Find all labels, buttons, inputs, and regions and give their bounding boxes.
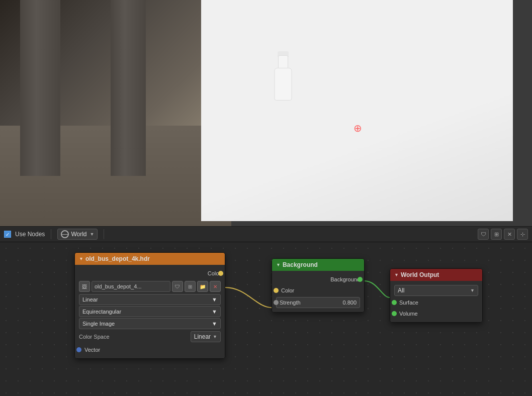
node-image-title: old_bus_depot_4k.hdr <box>85 255 150 262</box>
color-output-row: Color <box>79 268 221 279</box>
node-world-output-title: World Output <box>401 271 439 278</box>
node-world-output-body: All ▼ Surface Volume <box>390 281 482 322</box>
color-output-label: Color <box>79 270 221 276</box>
strength-socket[interactable] <box>274 300 279 305</box>
node-background-body: Background Color Strength 0.800 <box>272 271 364 312</box>
node-editor-header: Use Nodes World ▼ 🛡 ⊞ ✕ ⊹ <box>0 226 532 242</box>
node-background-title: Background <box>283 261 318 268</box>
image-icon[interactable]: 🖼 <box>79 281 90 292</box>
color-space-row: Color Space Linear ▼ <box>79 330 221 343</box>
wo-all-dropdown[interactable]: All ▼ <box>394 285 478 296</box>
wo-volume-row: Volume <box>394 308 478 319</box>
wo-surface-socket[interactable] <box>392 300 397 305</box>
image-path-text: old_bus_depot_4... <box>95 283 167 289</box>
node-background-header: ▼ Background <box>272 259 364 271</box>
wo-volume-socket[interactable] <box>392 311 397 316</box>
viewport-white-plane <box>201 0 513 221</box>
file-icon-btn[interactable]: ⊞ <box>491 229 502 240</box>
world-selector[interactable]: World ▼ <box>57 229 98 240</box>
viewport-crosshair <box>354 123 367 135</box>
image-path-selector[interactable]: old_bus_depot_4... <box>92 281 170 292</box>
shield-btn[interactable]: 🛡 <box>172 281 183 292</box>
header-icons: 🛡 ⊞ ✕ ⊹ <box>478 229 528 240</box>
strength-container: Strength 0.800 <box>276 297 360 308</box>
background-output-label: Background <box>276 276 360 282</box>
world-name: World <box>71 231 86 238</box>
strength-row[interactable]: Strength 0.800 <box>276 297 360 308</box>
vector-socket-row: Vector <box>79 344 221 355</box>
wo-volume-label: Volume <box>394 311 418 317</box>
wo-surface-row: Surface <box>394 297 478 308</box>
use-nodes-checkbox[interactable] <box>4 231 11 238</box>
wo-surface-label: Surface <box>394 300 418 306</box>
wo-collapse-arrow[interactable]: ▼ <box>394 272 399 277</box>
bg-color-label: Color <box>276 287 360 293</box>
linear-arrow: ▼ <box>212 296 217 303</box>
folder-btn[interactable]: 📁 <box>197 281 208 292</box>
node-editor-canvas[interactable]: ▼ old_bus_depot_4k.hdr Color 🖼 old_bus_d… <box>0 242 532 396</box>
divider <box>51 229 51 239</box>
color-output-socket[interactable] <box>218 271 223 276</box>
background-node[interactable]: ▼ Background Background Color Strength 0… <box>272 258 365 313</box>
vector-socket[interactable] <box>76 347 81 352</box>
single-image-label: Single Image <box>82 321 115 327</box>
viewport-pillar-right <box>111 0 146 176</box>
pin-icon-btn[interactable]: ⊹ <box>517 229 528 240</box>
divider-2 <box>104 229 104 239</box>
vector-label: Vector <box>84 347 100 353</box>
world-output-node[interactable]: ▼ World Output All ▼ Surface Volume <box>390 268 483 323</box>
image-texture-node[interactable]: ▼ old_bus_depot_4k.hdr Color 🖼 old_bus_d… <box>74 252 225 359</box>
single-image-arrow: ▼ <box>212 321 217 327</box>
cs-arrow: ▼ <box>213 334 217 339</box>
collapse-arrow[interactable]: ▼ <box>79 256 83 261</box>
bg-color-socket[interactable] <box>274 288 279 293</box>
strength-value: 0.800 <box>342 300 357 306</box>
use-nodes-label: Use Nodes <box>15 231 45 238</box>
world-dropdown-arrow: ▼ <box>90 232 95 237</box>
linear-label: Linear <box>82 296 98 303</box>
image-path-row: 🖼 old_bus_depot_4... 🛡 ⊞ 📁 ✕ <box>79 281 221 292</box>
shield-icon-btn[interactable]: 🛡 <box>478 229 489 240</box>
node-world-output-header: ▼ World Output <box>390 269 482 281</box>
equirect-dropdown[interactable]: Equirectangular ▼ <box>79 306 221 317</box>
viewport-bottle <box>272 55 294 101</box>
color-space-dropdown[interactable]: Linear ▼ <box>191 331 221 342</box>
color-space-value: Linear <box>194 333 211 340</box>
single-image-dropdown[interactable]: Single Image ▼ <box>79 318 221 329</box>
bg-collapse-arrow[interactable]: ▼ <box>276 262 281 267</box>
background-output-socket[interactable] <box>358 277 363 282</box>
equirect-label: Equirectangular <box>82 309 121 315</box>
copy-btn[interactable]: ⊞ <box>185 281 196 292</box>
strength-label: Strength <box>280 300 301 306</box>
color-space-label: Color Space <box>79 334 110 340</box>
bg-color-row: Color <box>276 285 360 296</box>
globe-icon <box>61 230 69 238</box>
background-output-row: Background <box>276 274 360 285</box>
close-icon-btn[interactable]: ✕ <box>504 229 515 240</box>
viewport <box>0 0 532 226</box>
wo-all-label: All <box>398 287 404 294</box>
linear-dropdown[interactable]: Linear ▼ <box>79 294 221 305</box>
equirect-arrow: ▼ <box>212 309 217 315</box>
node-image-body: Color 🖼 old_bus_depot_4... 🛡 ⊞ 📁 ✕ Linea… <box>75 265 225 358</box>
viewport-pillar-left <box>20 0 60 176</box>
wo-all-arrow: ▼ <box>470 288 475 293</box>
bottle-body <box>274 68 292 101</box>
node-image-header: ▼ old_bus_depot_4k.hdr <box>75 253 225 265</box>
remove-btn[interactable]: ✕ <box>210 281 221 292</box>
